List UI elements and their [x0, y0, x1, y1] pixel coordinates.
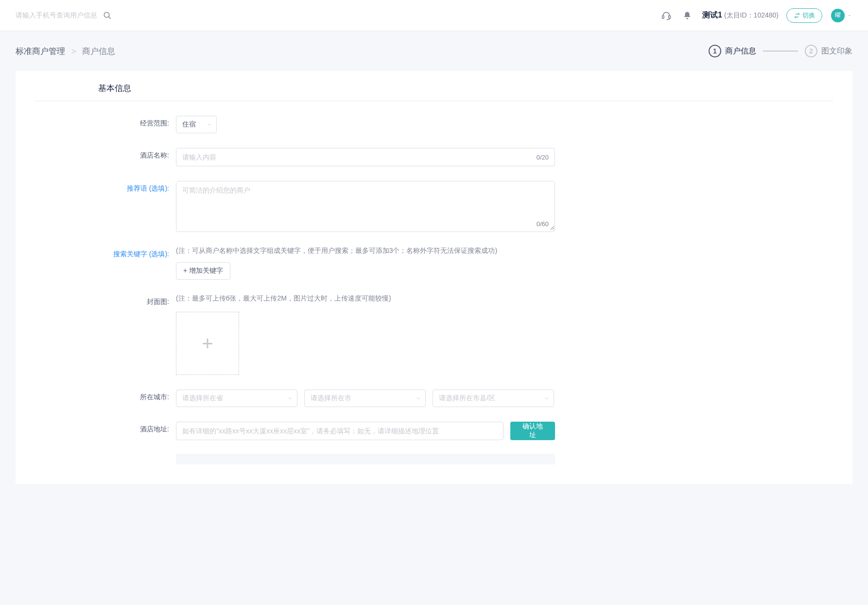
- hint-cover: (注：最多可上传6张，最大可上传2M，图片过大时，上传速度可能较慢): [176, 294, 555, 303]
- svg-rect-3: [669, 16, 670, 18]
- breadcrumb-sep: >: [71, 47, 76, 56]
- chevron-down-icon: [416, 395, 421, 401]
- plus-icon: +: [202, 333, 213, 355]
- map-placeholder: [176, 454, 555, 464]
- headset-icon[interactable]: [661, 11, 671, 20]
- select-city[interactable]: 请选择所在市: [304, 390, 426, 407]
- select-province-value: 请选择所在省: [182, 394, 223, 403]
- counter-recommend: 0/60: [537, 220, 549, 228]
- label-scope: 经营范围:: [35, 116, 176, 128]
- switch-button[interactable]: 切换: [786, 8, 822, 23]
- select-scope-value: 住宿: [182, 120, 196, 129]
- svg-line-1: [108, 17, 111, 19]
- step-connector: [763, 51, 798, 52]
- swap-icon: [794, 12, 800, 19]
- switch-button-label: 切换: [802, 11, 815, 20]
- add-keyword-button[interactable]: + 增加关键字: [176, 262, 230, 280]
- label-keywords: 搜索关键字 (选填):: [35, 247, 176, 259]
- select-district-value: 请选择所在市县/区: [439, 394, 495, 403]
- user-name: 测试1: [702, 10, 722, 20]
- top-header: 请输入手机号查询用户信息 测试1 (太目ID：102480) 切换 曜: [0, 0, 868, 31]
- step-2-number: 2: [805, 45, 817, 57]
- label-hotel-name: 酒店名称:: [35, 148, 176, 160]
- row-address: 酒店地址: 确认地址: [35, 422, 833, 464]
- section-title: 基本信息: [98, 83, 833, 94]
- row-scope: 经营范围: 住宿: [35, 116, 833, 133]
- select-province[interactable]: 请选择所在省: [176, 390, 297, 407]
- breadcrumb-parent[interactable]: 标准商户管理: [16, 47, 65, 56]
- hint-keywords: (注：可从商户名称中选择文字组成关键字，便于用户搜索；最多可添加3个；名称外字符…: [176, 247, 555, 255]
- step-2-label: 图文印象: [821, 46, 852, 56]
- input-address-wrap: [176, 422, 503, 440]
- breadcrumb: 标准商户管理 > 商户信息: [16, 46, 115, 57]
- textarea-recommend-wrap: 0/60: [176, 181, 555, 232]
- input-hotel-name-wrap: 0/20: [176, 148, 555, 166]
- input-address[interactable]: [182, 427, 497, 435]
- row-recommend: 推荐语 (选填): 0/60: [35, 181, 833, 232]
- chevron-down-icon: [207, 122, 212, 127]
- counter-hotel-name: 0/20: [537, 154, 549, 161]
- user-id: (太目ID：102480): [724, 11, 779, 20]
- svg-rect-2: [662, 16, 664, 18]
- row-hotel-name: 酒店名称: 0/20: [35, 148, 833, 166]
- row-cover: 封面图: (注：最多可上传6张，最大可上传2M，图片过大时，上传速度可能较慢) …: [35, 294, 833, 375]
- row-city: 所在城市: 请选择所在省 请选择所在市 请选择所在市县/区: [35, 390, 833, 407]
- sub-header: 标准商户管理 > 商户信息 1 商户信息 2 图文印象: [0, 31, 868, 71]
- label-cover: 封面图:: [35, 294, 176, 306]
- form-card: 基本信息 经营范围: 住宿 酒店名称: 0/20 推荐语 (选填):: [16, 71, 852, 484]
- bell-icon[interactable]: [683, 11, 692, 20]
- chevron-down-icon[interactable]: [847, 13, 852, 18]
- confirm-address-button[interactable]: 确认地址: [510, 422, 555, 440]
- svg-point-0: [104, 12, 109, 18]
- label-address: 酒店地址:: [35, 422, 176, 434]
- textarea-recommend[interactable]: [176, 181, 555, 230]
- step-1-label: 商户信息: [725, 46, 756, 56]
- label-city: 所在城市:: [35, 390, 176, 402]
- row-keywords: 搜索关键字 (选填): (注：可从商户名称中选择文字组成关键字，便于用户搜索；最…: [35, 247, 833, 280]
- select-district[interactable]: 请选择所在市县/区: [433, 390, 554, 407]
- step-1-number: 1: [709, 45, 721, 57]
- step-2: 2 图文印象: [805, 45, 852, 57]
- input-hotel-name[interactable]: [182, 153, 527, 161]
- step-1: 1 商户信息: [709, 45, 756, 57]
- label-recommend: 推荐语 (选填):: [35, 181, 176, 193]
- section-divider: [35, 101, 833, 101]
- avatar-letter: 曜: [835, 11, 841, 19]
- select-scope[interactable]: 住宿: [176, 116, 217, 133]
- avatar[interactable]: 曜: [831, 9, 845, 22]
- search-input-placeholder[interactable]: 请输入手机号查询用户信息: [16, 11, 97, 20]
- chevron-down-icon: [287, 395, 293, 401]
- chevron-down-icon: [544, 395, 550, 401]
- select-city-value: 请选择所在市: [311, 394, 351, 403]
- upload-cover-button[interactable]: +: [176, 312, 239, 375]
- steps: 1 商户信息 2 图文印象: [709, 45, 852, 57]
- search-icon[interactable]: [103, 11, 112, 20]
- breadcrumb-current: 商户信息: [82, 47, 115, 56]
